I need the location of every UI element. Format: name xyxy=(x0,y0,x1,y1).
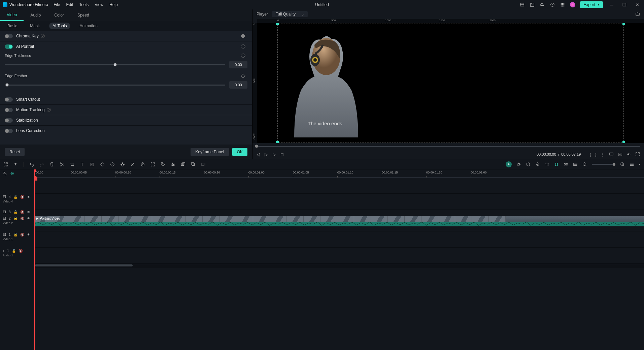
subtab-ai-tools[interactable]: AI Tools xyxy=(49,23,70,29)
timer-icon[interactable] xyxy=(140,162,145,167)
ok-button[interactable]: OK xyxy=(232,148,247,156)
mute-icon[interactable]: 🔇 xyxy=(20,195,24,199)
expand-icon[interactable] xyxy=(635,12,640,17)
cursor-tool-icon[interactable] xyxy=(13,162,18,167)
zoom-in-icon[interactable] xyxy=(620,162,625,167)
timeline-tracks-area[interactable]: 00:00 00:00:00:05 00:00:00:10 00:00:00:1… xyxy=(34,169,644,350)
mute-icon[interactable]: 🔇 xyxy=(20,210,24,214)
adjust-icon[interactable] xyxy=(171,162,175,167)
window-minimize[interactable]: ─ xyxy=(608,2,616,7)
user-avatar[interactable] xyxy=(570,2,575,7)
reset-button[interactable]: Reset xyxy=(5,148,25,156)
tab-audio[interactable]: Audio xyxy=(24,9,47,21)
audio-mixer-icon[interactable] xyxy=(545,162,549,167)
chroma-key-keyframe[interactable] xyxy=(241,34,245,38)
window-close[interactable]: ✕ xyxy=(633,2,641,7)
preview-scrubber[interactable] xyxy=(252,143,644,149)
lens-correction-toggle[interactable] xyxy=(5,129,13,133)
zoom-slider[interactable] xyxy=(592,164,615,165)
overlap-icon[interactable] xyxy=(573,162,578,167)
keyframe-panel-button[interactable]: Keyframe Panel xyxy=(191,148,229,156)
menu-file[interactable]: File xyxy=(54,2,60,7)
speed-icon[interactable] xyxy=(110,162,115,167)
track-audio1[interactable] xyxy=(34,248,644,264)
menu-tools[interactable]: Tools xyxy=(79,2,89,7)
dropdown-icon[interactable]: ▾ xyxy=(639,163,641,166)
track-video3[interactable] xyxy=(34,210,644,215)
visibility-icon[interactable]: 👁 xyxy=(27,233,30,236)
select-tool-icon[interactable] xyxy=(3,162,8,167)
help-icon[interactable]: ? xyxy=(41,34,45,38)
playhead[interactable] xyxy=(34,169,35,350)
resize-handle-tr[interactable] xyxy=(622,23,625,25)
stabilization-toggle[interactable] xyxy=(5,118,13,123)
preview-canvas[interactable]: The video ends xyxy=(257,23,644,143)
redo-icon[interactable] xyxy=(39,162,44,167)
tab-speed[interactable]: Speed xyxy=(71,9,96,21)
edge-feather-slider[interactable] xyxy=(5,85,225,86)
tab-color[interactable]: Color xyxy=(47,9,71,21)
mute-icon[interactable]: 🔇 xyxy=(19,249,23,253)
mute-icon[interactable]: 🔇 xyxy=(20,217,24,220)
notification-icon[interactable] xyxy=(550,2,555,7)
subtab-basic[interactable]: Basic xyxy=(4,23,21,29)
duplicate-icon[interactable] xyxy=(191,162,196,167)
marker-menu-icon[interactable]: ⋮ xyxy=(601,152,605,157)
edge-thickness-keyframe[interactable] xyxy=(241,53,245,58)
zoom-out-icon[interactable] xyxy=(582,162,587,167)
resize-handle-tl[interactable] xyxy=(276,23,279,25)
edge-feather-keyframe[interactable] xyxy=(241,73,245,78)
window-maximize[interactable]: ❐ xyxy=(620,2,629,7)
lock-icon[interactable]: 🔓 xyxy=(13,233,18,236)
layout-icon[interactable] xyxy=(519,2,525,7)
cloud-icon[interactable] xyxy=(540,2,545,7)
menu-edit[interactable]: Edit xyxy=(66,2,73,7)
effects-icon[interactable] xyxy=(130,162,135,167)
resize-handle-bl[interactable] xyxy=(276,141,279,143)
lock-icon[interactable]: 🔓 xyxy=(13,195,18,199)
next-frame-icon[interactable]: ▷ xyxy=(273,152,276,157)
color-icon[interactable] xyxy=(120,162,125,167)
magnet-icon[interactable] xyxy=(554,162,559,167)
fullscreen-icon[interactable] xyxy=(635,152,640,157)
fit-icon[interactable] xyxy=(150,162,155,167)
clip-portrait-video[interactable]: Portrait Video xyxy=(34,216,644,226)
edge-thickness-slider[interactable] xyxy=(5,64,225,65)
lock-icon[interactable]: 🔓 xyxy=(13,217,18,220)
export-button[interactable]: Export xyxy=(580,1,603,8)
help-icon[interactable]: ? xyxy=(47,108,51,112)
smart-cutout-toggle[interactable] xyxy=(5,97,13,102)
visibility-icon[interactable]: 👁 xyxy=(27,195,30,199)
menu-help[interactable]: Help xyxy=(109,2,118,7)
record-icon[interactable] xyxy=(201,162,206,167)
prev-frame-icon[interactable]: ◁ xyxy=(257,152,260,157)
lock-icon[interactable]: 🔓 xyxy=(13,210,18,214)
play-icon[interactable]: ▷ xyxy=(265,152,268,157)
edge-thickness-value[interactable]: 0.00 xyxy=(229,61,247,68)
save-icon[interactable] xyxy=(530,2,535,7)
subtab-mask[interactable]: Mask xyxy=(27,23,43,29)
tab-video[interactable]: Video xyxy=(0,9,24,21)
tag-icon[interactable] xyxy=(161,162,165,167)
timeline-scrollbar[interactable] xyxy=(34,264,644,268)
mute-icon[interactable]: 🔇 xyxy=(20,233,24,236)
render-icon[interactable] xyxy=(516,162,521,167)
chroma-key-toggle[interactable] xyxy=(5,34,13,38)
group-icon[interactable] xyxy=(181,162,185,167)
undo-icon[interactable] xyxy=(29,162,34,167)
track-video2[interactable]: Portrait Video xyxy=(34,215,644,231)
edge-feather-value[interactable]: 0.00 xyxy=(229,81,247,89)
ai-badge-icon[interactable]: ☻ xyxy=(506,161,512,167)
split-icon[interactable] xyxy=(60,162,64,167)
link-icon[interactable] xyxy=(564,162,568,167)
keyframe-icon[interactable] xyxy=(100,162,105,167)
visibility-icon[interactable]: 👁 xyxy=(27,217,30,220)
snapshot-icon[interactable] xyxy=(618,152,622,157)
mark-in-icon[interactable]: { xyxy=(589,152,591,157)
mic-icon[interactable] xyxy=(535,162,540,167)
mark-out-icon[interactable]: } xyxy=(595,152,597,157)
resize-handle-br[interactable] xyxy=(622,141,625,143)
display-icon[interactable] xyxy=(609,152,614,157)
apps-icon[interactable] xyxy=(560,2,565,7)
subtab-animation[interactable]: Animation xyxy=(76,23,101,29)
